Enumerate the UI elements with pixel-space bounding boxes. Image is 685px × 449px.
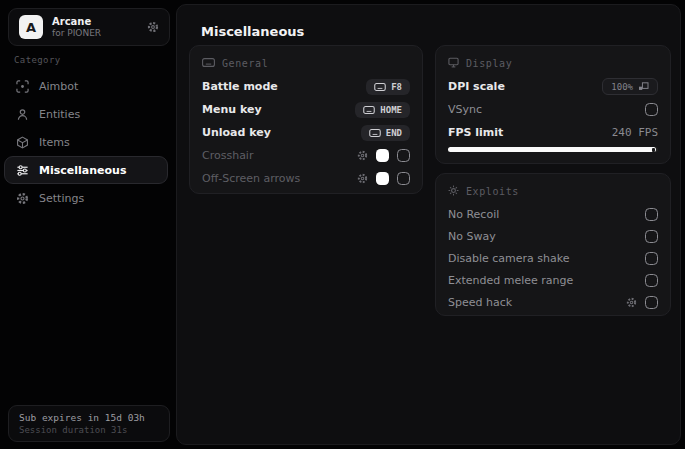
gear-icon[interactable] xyxy=(357,150,368,161)
scale-icon xyxy=(638,82,649,91)
sidebar-item-label: Entities xyxy=(39,108,80,121)
sidebar-nav: Aimbot Entities Items Miscellaneous xyxy=(4,72,168,212)
speed-hack-checkbox[interactable] xyxy=(645,296,658,309)
app-title-block: Arcane for PIONER xyxy=(52,16,101,39)
display-panel: Display DPI scale 100% VSync FPS limit 2… xyxy=(435,45,671,164)
offscreen-arrows-label: Off-Screen arrows xyxy=(202,172,300,185)
sidebar-item-label: Aimbot xyxy=(39,80,78,93)
no-recoil-label: No Recoil xyxy=(448,208,499,221)
unload-key-row: Unload key END xyxy=(202,121,410,144)
gear-icon xyxy=(16,192,29,205)
sidebar: A Arcane for PIONER Category Aimbot xyxy=(0,0,172,449)
disable-camera-shake-label: Disable camera shake xyxy=(448,252,570,265)
dpi-scale-label: DPI scale xyxy=(448,80,505,93)
extended-melee-range-checkbox[interactable] xyxy=(645,274,658,287)
display-panel-header: Display xyxy=(448,54,658,72)
unload-key-label: Unload key xyxy=(202,126,271,139)
app-header-card: A Arcane for PIONER xyxy=(8,8,170,46)
gear-icon[interactable] xyxy=(147,21,159,33)
monitor-icon xyxy=(448,57,459,70)
crosshair-scan-icon xyxy=(16,80,29,93)
sidebar-item-label: Miscellaneous xyxy=(39,164,126,177)
disable-camera-shake-row: Disable camera shake xyxy=(448,247,658,269)
battle-mode-row: Battle mode F8 xyxy=(202,75,410,98)
sliders-icon xyxy=(16,164,29,177)
offscreen-arrows-row: Off-Screen arrows xyxy=(202,167,410,190)
app-name: Arcane xyxy=(52,16,101,28)
subscription-info-card: Sub expires in 15d 03h Session duration … xyxy=(8,405,170,442)
general-panel-title: General xyxy=(222,58,268,69)
page-title: Miscellaneous xyxy=(201,24,304,39)
hazard-icon xyxy=(448,185,459,198)
battle-mode-keybind[interactable]: F8 xyxy=(366,79,410,95)
crosshair-row: Crosshair xyxy=(202,144,410,167)
extended-melee-range-row: Extended melee range xyxy=(448,269,658,291)
keyboard-icon xyxy=(369,129,381,137)
menu-key-label: Menu key xyxy=(202,103,262,116)
extended-melee-range-label: Extended melee range xyxy=(448,274,573,287)
arcane-window: A Arcane for PIONER Category Aimbot xyxy=(0,0,685,449)
exploits-panel-title: Exploits xyxy=(466,186,519,197)
disable-camera-shake-checkbox[interactable] xyxy=(645,252,658,265)
dpi-scale-row: DPI scale 100% xyxy=(448,75,658,98)
no-recoil-row: No Recoil xyxy=(448,203,658,225)
session-duration-text: Session duration 31s xyxy=(19,425,159,435)
sidebar-item-miscellaneous[interactable]: Miscellaneous xyxy=(4,156,168,184)
main-content: Miscellaneous General Battle mode F8 Men… xyxy=(176,4,681,445)
offscreen-arrows-checkbox[interactable] xyxy=(397,172,410,185)
person-icon xyxy=(16,108,29,121)
fps-limit-slider-handle[interactable] xyxy=(652,148,656,152)
sidebar-item-label: Settings xyxy=(39,192,84,205)
menu-key-keybind[interactable]: HOME xyxy=(355,102,410,118)
vsync-checkbox[interactable] xyxy=(645,103,658,116)
app-logo: A xyxy=(19,15,43,39)
offscreen-arrows-color-swatch[interactable] xyxy=(376,172,389,185)
no-sway-checkbox[interactable] xyxy=(645,230,658,243)
menu-key-row: Menu key HOME xyxy=(202,98,410,121)
sidebar-item-items[interactable]: Items xyxy=(4,128,168,156)
crosshair-color-swatch[interactable] xyxy=(376,149,389,162)
no-recoil-checkbox[interactable] xyxy=(645,208,658,221)
gear-icon[interactable] xyxy=(626,297,637,308)
no-sway-label: No Sway xyxy=(448,230,496,243)
fps-limit-label: FPS limit xyxy=(448,126,503,139)
no-sway-row: No Sway xyxy=(448,225,658,247)
category-label: Category xyxy=(14,55,61,65)
general-panel-header: General xyxy=(202,54,410,72)
sidebar-item-settings[interactable]: Settings xyxy=(4,184,168,212)
keyboard-icon xyxy=(363,106,375,114)
speed-hack-label: Speed hack xyxy=(448,296,512,309)
fps-limit-value: 240 FPS xyxy=(612,126,658,139)
vsync-row: VSync xyxy=(448,98,658,121)
display-panel-title: Display xyxy=(466,58,512,69)
crosshair-label: Crosshair xyxy=(202,149,253,162)
vsync-label: VSync xyxy=(448,103,482,116)
keyboard-icon xyxy=(202,58,215,69)
fps-limit-row: FPS limit 240 FPS xyxy=(448,121,658,144)
battle-mode-label: Battle mode xyxy=(202,80,278,93)
keyboard-icon xyxy=(374,83,386,91)
speed-hack-row: Speed hack xyxy=(448,291,658,313)
crosshair-checkbox[interactable] xyxy=(397,149,410,162)
fps-limit-slider[interactable] xyxy=(448,147,658,152)
sub-expires-text: Sub expires in 15d 03h xyxy=(19,412,159,423)
sidebar-item-label: Items xyxy=(39,136,70,149)
unload-key-keybind[interactable]: END xyxy=(361,125,410,141)
app-subtitle: for PIONER xyxy=(52,28,101,39)
fps-limit-slider-fill xyxy=(448,147,656,152)
cube-icon xyxy=(16,136,29,149)
general-panel: General Battle mode F8 Menu key HOME Unl… xyxy=(189,45,423,194)
sidebar-item-aimbot[interactable]: Aimbot xyxy=(4,72,168,100)
sidebar-item-entities[interactable]: Entities xyxy=(4,100,168,128)
exploits-panel-header: Exploits xyxy=(448,182,658,200)
gear-icon[interactable] xyxy=(357,173,368,184)
dpi-scale-select[interactable]: 100% xyxy=(602,78,658,95)
exploits-panel: Exploits No Recoil No Sway Disable camer… xyxy=(435,173,671,316)
